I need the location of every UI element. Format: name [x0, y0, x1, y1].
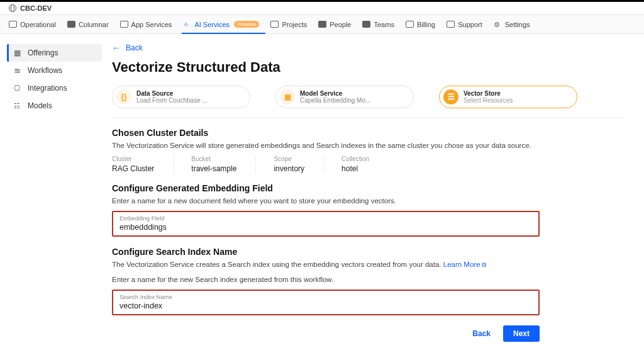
nav-label: Columnar	[79, 21, 109, 28]
sidebar-item-offerings[interactable]: Offerings	[7, 44, 102, 62]
cluster-cell: Collection hotel	[341, 155, 388, 173]
columnar-icon	[67, 21, 75, 28]
cluster-label: Collection	[341, 155, 369, 162]
nav-label: AI Services	[194, 21, 230, 28]
step-sub: Capella Embedding Mo...	[300, 97, 370, 104]
cluster-row: Cluster RAG Cluster Bucket travel-sample…	[112, 155, 625, 173]
workflows-icon	[14, 66, 23, 75]
sidebar: Offerings Workflows Integrations Models	[0, 34, 106, 355]
step-title: Model Service	[300, 90, 370, 98]
cluster-value: hotel	[341, 164, 369, 173]
cluster-cell: Cluster RAG Cluster	[112, 155, 174, 173]
sidebar-item-label: Models	[28, 101, 52, 110]
cluster-cell: Bucket travel-sample	[191, 155, 256, 173]
sidebar-item-label: Workflows	[28, 66, 62, 75]
nav-settings[interactable]: ⚙ Settings	[494, 15, 530, 33]
search-index-input[interactable]	[119, 301, 532, 310]
chip-icon: ▣	[280, 89, 295, 104]
nav-operational[interactable]: Operational	[9, 15, 56, 33]
section-desc: The Vectorization Service will store gen…	[112, 140, 625, 150]
gear-icon: ⚙	[494, 21, 502, 28]
step-title: Vector Store	[464, 90, 513, 98]
field-label: Search Index Name	[119, 293, 532, 300]
nav-ai-services[interactable]: ✧ AI Services Preview	[183, 15, 259, 33]
sidebar-item-label: Offerings	[28, 48, 58, 57]
search-index-section: Configure Search Index Name The Vectoriz…	[112, 247, 625, 315]
models-icon	[14, 101, 23, 110]
footer-buttons: Back Next	[112, 325, 540, 342]
nav-label: App Services	[131, 21, 172, 28]
cluster-details-section: Chosen Cluster Details The Vectorization…	[112, 128, 625, 173]
nav-projects[interactable]: Projects	[270, 15, 307, 33]
arrow-left-icon: ←	[112, 43, 121, 53]
back-link[interactable]: ← Back	[112, 43, 143, 53]
preview-badge: Preview	[234, 21, 259, 28]
step-title: Data Source	[136, 90, 208, 98]
embedding-field-box[interactable]: Embedding Field	[112, 211, 540, 237]
nav-billing[interactable]: Billing	[406, 15, 435, 33]
app-services-icon	[120, 21, 128, 28]
cluster-label: Scope	[274, 155, 304, 162]
step-data-source[interactable]: {} Data Source Load From Couchbase ...	[112, 86, 250, 108]
billing-icon	[406, 21, 414, 28]
globe-icon	[9, 4, 16, 12]
step-vector-store[interactable]: ☰ Vector Store Select Resources	[439, 86, 577, 108]
cluster-value: inventory	[274, 164, 304, 173]
cluster-value: RAG Cluster	[112, 164, 154, 173]
next-button[interactable]: Next	[503, 325, 540, 342]
nav-label: Support	[458, 21, 482, 28]
nav-people[interactable]: People	[318, 15, 351, 33]
section-heading: Configure Generated Embedding Field	[112, 183, 625, 193]
nav-app-services[interactable]: App Services	[120, 15, 172, 33]
operational-icon	[9, 21, 17, 28]
nav-label: People	[330, 21, 351, 28]
back-label: Back	[126, 43, 143, 52]
page-title: Vectorize Structured Data	[112, 59, 625, 76]
projects-icon	[270, 21, 279, 28]
brand-name: CBC-DEV	[20, 4, 52, 12]
integrations-icon	[14, 84, 23, 93]
cluster-label: Cluster	[112, 155, 154, 162]
section-heading: Chosen Cluster Details	[112, 128, 625, 138]
section-desc: The Vectorization Service creates a Sear…	[112, 259, 625, 269]
section-heading: Configure Search Index Name	[112, 247, 625, 257]
braces-icon: {}	[116, 89, 131, 104]
cluster-cell: Scope inventory	[274, 155, 324, 173]
database-icon: ☰	[443, 89, 458, 104]
step-sub: Load From Couchbase ...	[136, 97, 208, 104]
desc-text: The Vectorization Service creates a Sear…	[112, 261, 441, 268]
sidebar-item-label: Integrations	[28, 84, 67, 93]
nav-columnar[interactable]: Columnar	[67, 15, 109, 33]
step-model-service[interactable]: ▣ Model Service Capella Embedding Mo...	[275, 86, 414, 108]
brand-bar: CBC-DEV	[0, 0, 644, 15]
people-icon	[318, 21, 326, 28]
cluster-value: travel-sample	[191, 164, 236, 173]
nav-label: Projects	[282, 21, 307, 28]
nav-support[interactable]: Support	[447, 15, 482, 33]
embedding-field-input[interactable]	[119, 223, 532, 232]
section-desc: Enter a name for the new Search index ge…	[112, 274, 625, 285]
nav-label: Billing	[417, 21, 435, 28]
cluster-label: Bucket	[191, 155, 236, 162]
top-nav: Operational Columnar App Services ✧ AI S…	[0, 15, 644, 34]
back-button[interactable]: Back	[466, 325, 497, 342]
wizard-steps: {} Data Source Load From Couchbase ... ▣…	[112, 84, 625, 118]
section-desc: Enter a name for a new document field wh…	[112, 196, 625, 206]
sidebar-item-workflows[interactable]: Workflows	[9, 62, 102, 79]
step-sub: Select Resources	[464, 97, 513, 104]
content-area: ← Back Vectorize Structured Data {} Data…	[106, 34, 644, 355]
support-icon	[447, 21, 455, 28]
nav-label: Teams	[374, 21, 394, 28]
sidebar-item-models[interactable]: Models	[9, 97, 102, 115]
embedding-field-section: Configure Generated Embedding Field Ente…	[112, 183, 625, 237]
grid-icon	[14, 48, 23, 57]
sidebar-item-integrations[interactable]: Integrations	[9, 79, 102, 97]
nav-label: Settings	[505, 21, 530, 28]
learn-more-link[interactable]: Learn More	[443, 261, 487, 268]
nav-teams[interactable]: Teams	[362, 15, 394, 33]
search-index-field-box[interactable]: Search Index Name	[112, 290, 540, 315]
teams-icon	[362, 21, 370, 28]
field-label: Embedding Field	[119, 215, 532, 222]
nav-label: Operational	[20, 21, 56, 28]
